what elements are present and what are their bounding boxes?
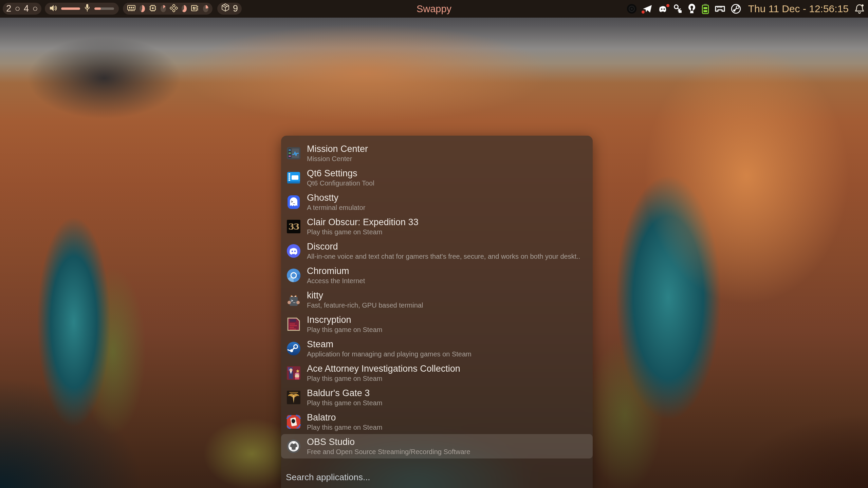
workspace-indicator[interactable]: 2 ○ 4 ○	[3, 3, 41, 15]
steam-tray-icon[interactable]	[730, 3, 742, 15]
app-title: Ghostty	[307, 192, 365, 203]
app-row-ace-attorney[interactable]: Ace Attorney Investigations Collection P…	[281, 361, 593, 385]
steam-icon	[287, 341, 301, 356]
svg-text:33: 33	[289, 222, 299, 232]
app-description: All-in-one voice and text chat for gamer…	[307, 252, 580, 261]
app-description: Play this game on Steam	[307, 423, 382, 432]
search-input[interactable]	[286, 472, 588, 483]
svg-text:>_: >_	[291, 298, 296, 303]
app-row-baldurs-gate-3[interactable]: Baldur's Gate 3 Play this game on Steam	[281, 385, 593, 410]
app-title: Ace Attorney Investigations Collection	[307, 363, 460, 374]
cpu-icon	[149, 4, 157, 14]
ace-attorney-icon	[287, 366, 301, 380]
app-title: Chromium	[307, 266, 365, 277]
chromium-icon	[287, 268, 301, 282]
mic-slider[interactable]	[94, 7, 114, 10]
app-list: Mission Center Mission Center Qt6 Settin…	[281, 141, 593, 458]
speaker-icon[interactable]	[50, 4, 57, 14]
app-row-mission-center[interactable]: Mission Center Mission Center	[281, 141, 593, 165]
mission-center-icon	[287, 146, 301, 160]
app-row-inscryption[interactable]: Inscryption Play this game on Steam	[281, 312, 593, 336]
audio-widget[interactable]	[45, 3, 119, 15]
app-title: Clair Obscur: Expedition 33	[307, 217, 419, 228]
search-bar	[286, 472, 588, 483]
app-description: Qt6 Configuration Tool	[307, 179, 374, 188]
app-title: Qt6 Settings	[307, 168, 374, 179]
application-launcher: Mission Center Mission Center Qt6 Settin…	[281, 136, 593, 488]
network-port-icon[interactable]	[714, 4, 726, 14]
notification-bell-icon[interactable]	[854, 3, 865, 14]
microphone-icon[interactable]	[84, 4, 90, 14]
baldurs-gate-3-icon	[287, 390, 301, 405]
gpu-usage-pie	[182, 5, 187, 12]
telegram-badge	[642, 11, 645, 14]
updates-count: 9	[233, 3, 238, 14]
volume-slider[interactable]	[61, 7, 80, 10]
svg-text:>_: >_	[291, 200, 295, 204]
ghostty-icon: >_	[287, 195, 301, 209]
discord-badge	[666, 4, 669, 7]
focused-window-title: Swappy	[417, 0, 451, 18]
app-description: Free and Open Source Streaming/Recording…	[307, 448, 470, 456]
app-description: Play this game on Steam	[307, 326, 382, 334]
app-title: Discord	[307, 241, 580, 252]
obs-studio-icon	[287, 439, 301, 453]
clock[interactable]: Thu 11 Dec - 12:56:15	[748, 3, 849, 15]
ram-icon	[127, 4, 136, 14]
discord-tray-icon[interactable]	[657, 3, 669, 15]
app-description: Mission Center	[307, 155, 368, 163]
system-monitor-widget[interactable]	[123, 3, 213, 15]
telegram-icon[interactable]	[642, 3, 653, 14]
kitty-icon: >_	[287, 293, 301, 307]
app-description: Play this game on Steam	[307, 374, 460, 383]
app-row-chromium[interactable]: Chromium Access the Internet	[281, 263, 593, 288]
app-title: kitty	[307, 290, 423, 301]
app-row-ghostty[interactable]: >_ Ghostty A terminal emulator	[281, 190, 593, 214]
qt6-settings-icon	[287, 171, 301, 185]
keepassxc-key-icon[interactable]	[673, 4, 683, 14]
workspace-2[interactable]: 2	[6, 3, 11, 14]
app-title: Baldur's Gate 3	[307, 388, 382, 399]
app-description: Fast, feature-rich, GPU based terminal	[307, 301, 423, 310]
app-description: Play this game on Steam	[307, 228, 419, 236]
workspace-4[interactable]: 4	[24, 3, 29, 14]
workspace-empty-1[interactable]: ○	[15, 4, 20, 13]
app-title: OBS Studio	[307, 436, 470, 448]
vram-usage-pie	[203, 5, 208, 12]
top-status-bar: 2 ○ 4 ○ 9	[0, 0, 868, 18]
app-title: Balatro	[307, 412, 382, 423]
vram-chip-icon	[190, 4, 199, 14]
app-description: Play this game on Steam	[307, 399, 382, 407]
app-row-steam[interactable]: Steam Application for managing and playi…	[281, 336, 593, 361]
discord-icon	[287, 244, 301, 258]
app-row-qt6-settings[interactable]: Qt6 Settings Qt6 Configuration Tool	[281, 165, 593, 190]
app-row-obs-studio[interactable]: OBS Studio Free and Open Source Streamin…	[281, 434, 593, 458]
app-row-discord[interactable]: Discord All-in-one voice and text chat f…	[281, 239, 593, 263]
app-description: A terminal emulator	[307, 203, 365, 212]
app-row-kitty[interactable]: >_ kitty Fast, feature-rich, GPU based t…	[281, 288, 593, 312]
steelseries-icon[interactable]	[626, 3, 638, 15]
package-box-icon	[221, 3, 230, 14]
gpu-icon	[170, 4, 178, 14]
app-row-balatro[interactable]: Balatro Play this game on Steam	[281, 410, 593, 434]
app-description: Application for managing and playing gam…	[307, 350, 472, 358]
balatro-icon	[287, 415, 301, 429]
system-tray: Thu 11 Dec - 12:56:15	[626, 0, 865, 18]
app-description: Access the Internet	[307, 277, 365, 285]
inscryption-icon	[287, 317, 301, 331]
cpu-usage-pie	[161, 5, 166, 12]
clair-obscur-icon: 33	[287, 219, 301, 234]
app-title: Steam	[307, 339, 472, 350]
keyring-icon[interactable]	[687, 3, 697, 14]
app-title: Inscryption	[307, 314, 382, 326]
memory-usage-pie	[140, 5, 145, 12]
workspace-empty-2[interactable]: ○	[32, 4, 38, 13]
app-row-clair-obscur[interactable]: 33 Clair Obscur: Expedition 33 Play this…	[281, 214, 593, 239]
updates-widget[interactable]: 9	[217, 3, 242, 15]
battery-icon[interactable]	[701, 3, 710, 14]
app-title: Mission Center	[307, 143, 368, 155]
